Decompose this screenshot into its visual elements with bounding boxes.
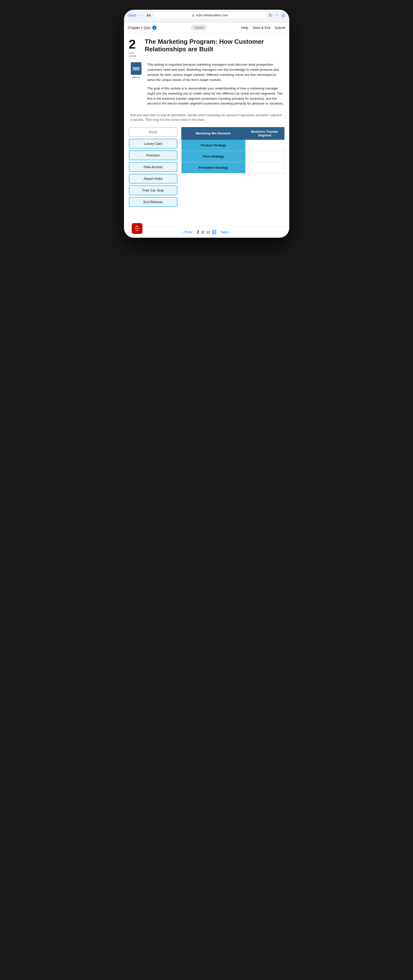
- drag-item-saver[interactable]: Saver: [129, 127, 177, 137]
- quiz-actions: Help Save & Exit Submit: [241, 26, 285, 30]
- back-arrow[interactable]: ‹: [139, 13, 140, 18]
- url-bar[interactable]: 🔒 ezto.mheducation.com: [153, 12, 266, 18]
- info-icon[interactable]: i: [152, 25, 156, 30]
- drag-item-airport-hubs[interactable]: Airport Hubs: [129, 174, 177, 183]
- drag-item-park-access[interactable]: Park Access: [129, 162, 177, 172]
- grid-dot: [215, 233, 216, 234]
- submit-button[interactable]: Submit: [275, 26, 285, 30]
- font-size-control[interactable]: AA: [146, 13, 151, 17]
- lock-icon: 🔒: [191, 14, 195, 17]
- drag-item-luxury-cars[interactable]: Luxury Cars: [129, 139, 177, 148]
- chart-area: Marketing Mix Element: Business Traveler…: [181, 127, 284, 173]
- layout-with-sidebar: eBook This activity is important because…: [129, 62, 284, 110]
- grid-icon[interactable]: [212, 230, 216, 234]
- device-frame: Done ‹ › AA 🔒 ezto.mheducation.com ↻ ↑ ◎…: [124, 10, 289, 238]
- next-label: Next: [221, 230, 228, 234]
- grid-dot: [212, 230, 213, 231]
- mcgraw-hill-logo: McGrawHill: [132, 223, 142, 234]
- ebook-line: [133, 70, 140, 70]
- prev-arrow-icon: ‹: [182, 230, 183, 234]
- description-text-1: This activity is important because marke…: [147, 62, 284, 83]
- current-page: 2: [197, 230, 199, 234]
- question-number: 2: [129, 38, 141, 51]
- grid-dot: [215, 230, 216, 231]
- grid-dot: [214, 230, 215, 231]
- ebook-label: eBook: [132, 76, 140, 79]
- grid-dot: [212, 232, 213, 232]
- description-block: This activity is important because marke…: [147, 62, 284, 110]
- ebook-line: [133, 68, 140, 69]
- quiz-title: Chapter 1 Quiz: [128, 26, 151, 30]
- pagination-info: 2 of 12: [197, 230, 216, 234]
- prev-button[interactable]: ‹ Prev: [182, 230, 192, 234]
- drag-item-free-car-seat[interactable]: Free Car Seat: [129, 185, 177, 195]
- promotion-strategy-drop-zone[interactable]: [245, 162, 284, 173]
- compass-icon[interactable]: ◎: [282, 13, 285, 18]
- question-title: The Marketing Program: How Customer Rela…: [145, 38, 284, 53]
- price-strategy-label: Price Strategy: [181, 151, 245, 162]
- sidebar-column: eBook: [129, 62, 144, 110]
- price-strategy-drop-zone[interactable]: [245, 151, 284, 162]
- question-number-block: 2 8.33 points: [129, 38, 141, 57]
- save-exit-button[interactable]: Save & Exit: [253, 26, 270, 30]
- activity-area: Saver Luxury Cars Premium Park Access Ai…: [129, 127, 284, 207]
- ebook-icon[interactable]: [131, 62, 142, 75]
- url-text: ezto.mheducation.com: [196, 13, 228, 17]
- promotion-strategy-label: Promotion Strategy: [181, 162, 245, 173]
- chart-col2-header: Business Traveler Segment: [245, 127, 284, 140]
- next-button[interactable]: Next ›: [221, 230, 231, 234]
- saved-badge: Saved: [191, 25, 207, 30]
- table-row: Product Strategy: [181, 140, 284, 151]
- nav-arrows: ‹ ›: [139, 13, 143, 18]
- done-button[interactable]: Done: [128, 13, 137, 17]
- question-title-block: The Marketing Program: How Customer Rela…: [145, 38, 284, 53]
- prev-label: Prev: [185, 230, 192, 234]
- drag-item-premium[interactable]: Premium: [129, 150, 177, 160]
- grid-dot: [212, 233, 213, 234]
- drag-item-suv-minivan[interactable]: SUV/Minivan: [129, 197, 177, 207]
- grid-dot: [214, 233, 215, 234]
- table-row: Promotion Strategy: [181, 162, 284, 173]
- question-header: 2 8.33 points The Marketing Program: How…: [129, 38, 284, 57]
- refresh-icon[interactable]: ↻: [269, 13, 273, 18]
- help-button[interactable]: Help: [241, 26, 249, 30]
- total-pages: 12: [206, 230, 210, 234]
- pagination-bar: McGrawHill ‹ Prev 2 of 12 Next: [124, 226, 289, 238]
- browser-bar: Done ‹ › AA 🔒 ezto.mheducation.com ↻ ↑ ◎: [124, 10, 289, 22]
- grid-dot: [214, 232, 215, 232]
- grid-dot: [215, 232, 216, 232]
- description-text-2: The goal of this activity is to demonstr…: [147, 86, 284, 107]
- logo-text: McGrawHill: [134, 225, 139, 232]
- table-row: Price Strategy: [181, 151, 284, 162]
- quiz-header: Chapter 1 Quiz i Saved Help Save & Exit …: [124, 22, 289, 33]
- drag-items-column: Saver Luxury Cars Premium Park Access Ai…: [129, 127, 177, 207]
- content-area: 2 8.33 points The Marketing Program: How…: [124, 33, 289, 226]
- ebook-line: [133, 67, 140, 68]
- question-points: 8.33 points: [129, 51, 141, 57]
- product-strategy-drop-zone[interactable]: [245, 140, 284, 151]
- instruction-text: Roll over each item to read its descript…: [129, 113, 284, 122]
- chart-table: Marketing Mix Element: Business Traveler…: [181, 127, 284, 173]
- of-label: of: [201, 230, 204, 234]
- next-arrow-icon: ›: [230, 230, 231, 234]
- product-strategy-label: Product Strategy: [181, 140, 245, 151]
- chart-col1-header: Marketing Mix Element:: [181, 127, 245, 140]
- share-icon[interactable]: ↑: [276, 13, 278, 18]
- quiz-title-group: Chapter 1 Quiz i: [128, 25, 156, 30]
- forward-arrow[interactable]: ›: [142, 13, 143, 18]
- browser-actions: ↻ ↑ ◎: [269, 13, 285, 18]
